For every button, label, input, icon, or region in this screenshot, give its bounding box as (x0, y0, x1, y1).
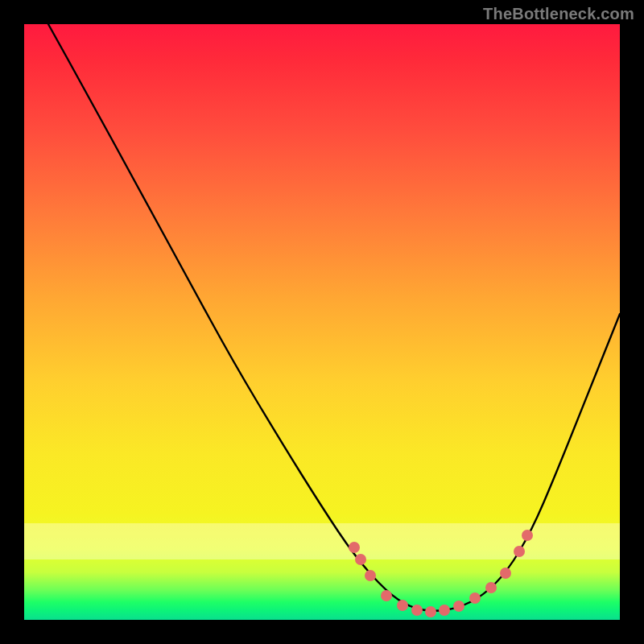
bottleneck-curve (48, 24, 620, 611)
bottleneck-curve-layer (24, 24, 620, 620)
data-marker (381, 590, 392, 601)
data-marker (469, 592, 481, 604)
data-marker (355, 554, 366, 565)
data-markers (349, 530, 533, 617)
data-marker (349, 542, 360, 553)
data-marker (453, 601, 464, 612)
data-marker (425, 606, 436, 617)
data-marker (514, 546, 525, 557)
data-marker (485, 582, 497, 593)
data-marker (522, 530, 533, 541)
data-marker (397, 600, 408, 611)
chart-frame: TheBottleneck.com (0, 0, 644, 644)
watermark-text: TheBottleneck.com (483, 5, 634, 23)
data-marker (439, 605, 450, 616)
data-marker (411, 605, 423, 616)
data-marker (500, 568, 511, 579)
data-marker (365, 570, 376, 581)
